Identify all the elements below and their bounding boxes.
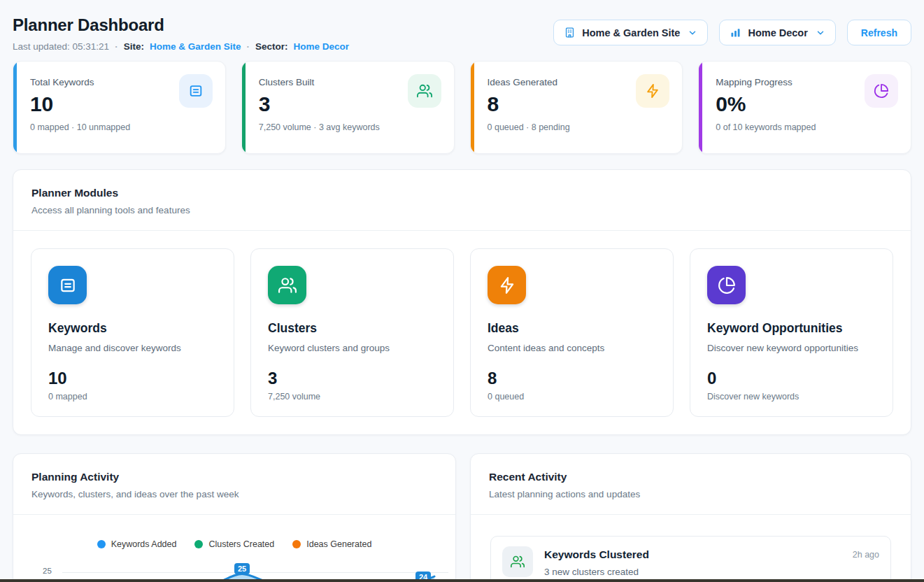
page-header: Planner Dashboard Last updated: 05:31:21… [13,0,911,52]
module-card-keyword-opportunities[interactable]: Keyword Opportunities Discover new keywo… [690,248,893,417]
sector-selector-dropdown[interactable]: Home Decor [719,20,835,45]
legend-label: Clusters Created [208,539,274,549]
lightning-icon [636,74,669,108]
chart-legend: Keywords Added Clusters Created Ideas Ge… [13,539,455,549]
legend-dot-green [194,540,203,548]
recent-subtitle: Latest planning actions and updates [489,489,893,499]
meta-separator: · [115,41,118,52]
lightning-icon [488,266,526,304]
sector-label: Sector: [255,41,288,52]
last-updated-text: Last updated: 05:31:21 [13,41,109,52]
planner-dashboard-page: Planner Dashboard Last updated: 05:31:21… [0,0,924,582]
module-title: Clusters [268,321,436,336]
site-label: Site: [124,41,144,52]
legend-label: Ideas Generated [306,539,371,549]
module-value: 10 [48,369,217,388]
legend-dot-orange [292,540,301,548]
modules-panel-header: Planner Modules Access all planning tool… [13,170,911,230]
module-stat: 0 mapped [48,392,217,402]
chevron-down-icon [688,28,697,38]
accent-stripe [13,62,17,153]
module-card-ideas[interactable]: Ideas Content ideas and concepts 8 0 que… [470,248,674,417]
module-stat: Discover new keywords [707,392,876,402]
header-left: Planner Dashboard Last updated: 05:31:21… [13,15,349,52]
stat-card-ideas-generated[interactable]: Ideas Generated 8 0 queued · 8 pending [470,61,683,154]
refresh-button[interactable]: Refresh [847,20,911,45]
planning-activity-panel: Planning Activity Keywords, clusters, an… [13,453,456,582]
bottom-row: Planning Activity Keywords, clusters, an… [13,435,911,582]
site-selector-value: Home & Garden Site [582,27,680,38]
meta-separator: · [246,41,250,52]
document-icon [48,266,87,304]
stat-card-total-keywords[interactable]: Total Keywords 10 0 mapped · 10 unmapped [13,61,226,154]
legend-label: Keywords Added [111,539,177,549]
window-bottom-edge [0,579,924,582]
module-value: 8 [488,369,656,388]
module-title: Keyword Opportunities [707,321,876,336]
page-title: Planner Dashboard [13,15,349,35]
module-title: Ideas [488,321,656,336]
module-description: Keyword clusters and groups [268,343,436,353]
accent-stripe [471,62,474,153]
stat-detail: 0 mapped · 10 unmapped [30,122,211,132]
activity-body: Keywords Clustered 3 new clusters create… [544,546,841,577]
modules-grid: Keywords Manage and discover keywords 10… [13,231,911,434]
building-icon [564,27,576,38]
pie-chart-icon [707,266,746,304]
activity-title: Keywords Clustered [544,548,841,561]
header-toolbar: Home & Garden Site Home Decor Refresh [553,20,911,45]
legend-item-ideas-generated[interactable]: Ideas Generated [292,539,371,549]
users-icon [268,266,306,304]
stats-row: Total Keywords 10 0 mapped · 10 unmapped… [13,61,911,154]
planner-modules-panel: Planner Modules Access all planning tool… [13,169,911,435]
module-card-keywords[interactable]: Keywords Manage and discover keywords 10… [31,248,234,417]
site-selector-dropdown[interactable]: Home & Garden Site [553,20,708,45]
legend-item-clusters-created[interactable]: Clusters Created [194,539,274,549]
stat-card-mapping-progress[interactable]: Mapping Progress 0% 0 of 10 keywords map… [698,61,911,154]
activity-timestamp: 2h ago [853,546,879,560]
module-stat: 0 queued [488,392,656,402]
accent-stripe [242,62,246,153]
recent-activity-panel: Recent Activity Latest planning actions … [470,453,911,582]
users-icon [502,546,533,577]
module-value: 0 [707,369,876,388]
module-description: Manage and discover keywords [48,343,217,353]
stat-card-clusters-built[interactable]: Clusters Built 3 7,250 volume · 3 avg ke… [241,61,455,154]
module-stat: 7,250 volume [268,392,436,402]
stat-detail: 7,250 volume · 3 avg keywords [259,122,440,132]
modules-title: Planner Modules [31,187,893,199]
divider [13,514,455,515]
stat-detail: 0 queued · 8 pending [488,122,669,132]
users-icon [408,74,441,108]
accent-stripe [699,62,702,153]
site-link[interactable]: Home & Garden Site [150,41,241,52]
activity-list: Keywords Clustered 3 new clusters create… [471,515,911,582]
module-value: 3 [268,369,436,388]
module-description: Discover new keyword opportunities [707,343,876,353]
pie-chart-icon [865,74,898,108]
recent-panel-header: Recent Activity Latest planning actions … [471,454,911,514]
stat-detail: 0 of 10 keywords mapped [716,122,897,132]
planning-panel-header: Planning Activity Keywords, clusters, an… [13,454,455,514]
modules-subtitle: Access all planning tools and features [31,205,893,215]
planning-title: Planning Activity [31,471,437,483]
sector-link[interactable]: Home Decor [293,41,349,52]
planning-subtitle: Keywords, clusters, and ideas over the p… [31,489,437,499]
data-point-label: 25 [234,563,250,574]
activity-description: 3 new clusters created [544,567,841,577]
sector-selector-value: Home Decor [748,27,807,38]
header-meta: Last updated: 05:31:21 · Site: Home & Ga… [13,41,349,52]
chevron-down-icon [816,28,825,38]
activity-item-keywords-clustered[interactable]: Keywords Clustered 3 new clusters create… [490,536,891,582]
module-title: Keywords [48,321,217,336]
module-card-clusters[interactable]: Clusters Keyword clusters and groups 3 7… [250,248,454,417]
bar-chart-icon [730,27,741,38]
legend-item-keywords-added[interactable]: Keywords Added [97,539,177,549]
document-icon [179,74,213,108]
module-description: Content ideas and concepts [488,343,656,353]
recent-title: Recent Activity [489,471,893,483]
legend-dot-blue [97,540,106,548]
